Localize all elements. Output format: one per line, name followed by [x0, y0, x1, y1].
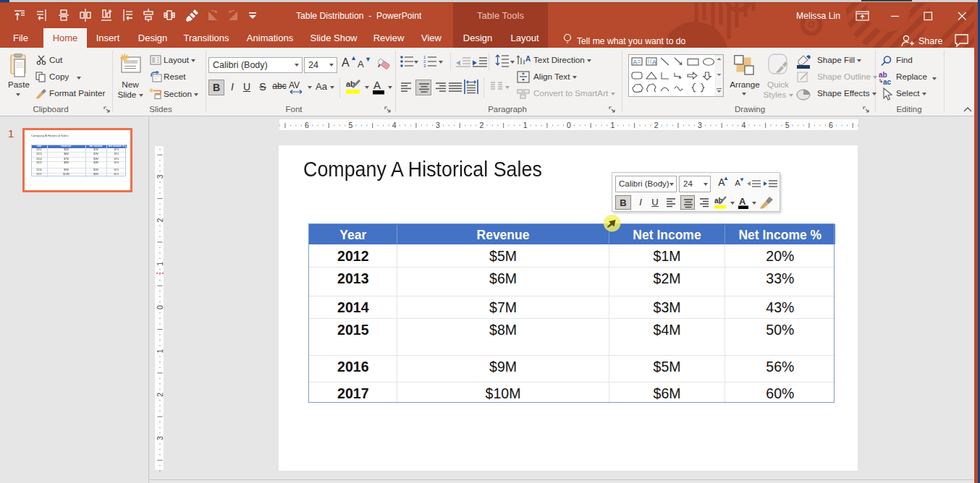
- svg-text:6: 6: [305, 121, 309, 129]
- svg-text:4: 4: [392, 121, 396, 129]
- svg-text:A: A: [525, 55, 531, 63]
- svg-text:3: 3: [698, 121, 702, 129]
- svg-text:2: 2: [654, 121, 658, 129]
- svg-text:3: 3: [423, 64, 426, 68]
- svg-text:1: 1: [610, 121, 614, 129]
- svg-text:2: 2: [156, 218, 164, 223]
- svg-text:3: 3: [156, 436, 164, 440]
- svg-text:A: A: [739, 196, 746, 207]
- svg-text:1: 1: [523, 121, 527, 129]
- svg-text:AV: AV: [289, 80, 300, 90]
- svg-text:2: 2: [156, 393, 164, 397]
- svg-text:0: 0: [156, 305, 164, 309]
- svg-text:A: A: [652, 59, 656, 66]
- svg-text:1: 1: [156, 262, 164, 266]
- svg-text:ac: ac: [883, 78, 892, 85]
- svg-text:A: A: [633, 59, 638, 66]
- svg-text:5: 5: [348, 121, 352, 129]
- svg-text:3: 3: [156, 174, 164, 179]
- svg-text:6: 6: [829, 121, 833, 129]
- svg-text:4: 4: [741, 121, 745, 129]
- svg-text:5: 5: [785, 121, 789, 129]
- svg-text:2: 2: [479, 121, 483, 129]
- svg-text:3: 3: [436, 121, 440, 129]
- svg-text:A: A: [373, 79, 381, 91]
- svg-text:0: 0: [567, 121, 571, 129]
- svg-text:1: 1: [156, 349, 164, 354]
